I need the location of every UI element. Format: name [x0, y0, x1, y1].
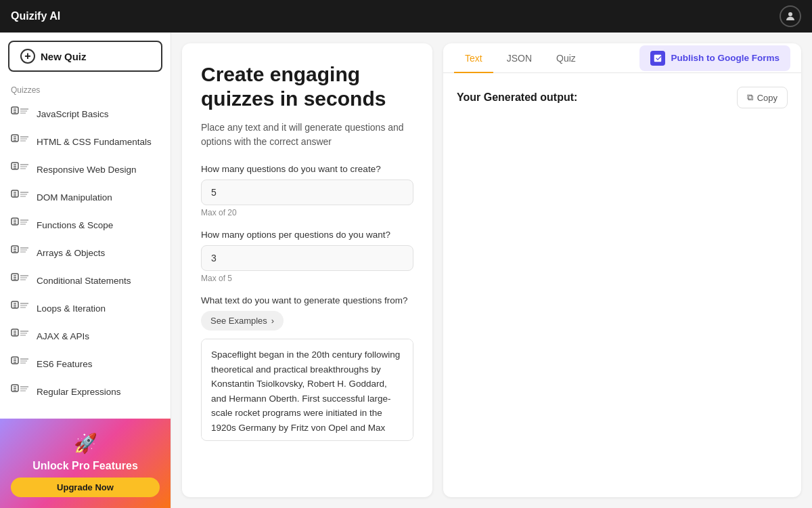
quiz-item-icon	[11, 106, 30, 122]
main-layout: + New Quiz Quizzes JavaScript Basics	[0, 33, 812, 508]
quiz-list: JavaScript Basics HTML & CSS Fundamental…	[0, 98, 171, 419]
options-input[interactable]: 3	[201, 245, 413, 271]
quiz-item-icon	[11, 134, 30, 150]
quiz-item-icon	[11, 329, 30, 344]
quiz-item-label: JavaScript Basics	[37, 109, 109, 119]
main-content: Create engaging quizzes in seconds Place…	[171, 33, 812, 508]
navbar: Quizify AI	[0, 0, 812, 33]
sidebar-item-regex[interactable]: Regular Expressions	[0, 378, 171, 406]
new-quiz-button[interactable]: + New Quiz	[8, 41, 162, 72]
quiz-item-label: Loops & Iteration	[37, 303, 106, 314]
quiz-item-label: Responsive Web Design	[37, 165, 137, 175]
new-quiz-label: New Quiz	[41, 51, 87, 62]
quiz-item-label: Arrays & Objects	[37, 248, 105, 258]
quiz-item-icon	[11, 162, 30, 177]
output-tabs: TextJSONQuiz Publish to Google Forms	[443, 43, 801, 73]
quiz-item-label: HTML & CSS Fundamentals	[37, 137, 152, 147]
output-panel: TextJSONQuiz Publish to Google Forms You…	[443, 43, 801, 497]
copy-button[interactable]: ⧉ Copy	[737, 87, 788, 108]
quiz-item-label: Functions & Scope	[37, 220, 113, 230]
quiz-item-label: DOM Manipulation	[37, 192, 112, 203]
create-panel: Create engaging quizzes in seconds Place…	[182, 43, 432, 497]
publish-icon	[650, 51, 665, 66]
upgrade-now-button[interactable]: Upgrade Now	[11, 478, 160, 497]
quiz-item-label: Conditional Statements	[37, 276, 131, 286]
sidebar-item-functions[interactable]: Functions & Scope	[0, 211, 171, 239]
sidebar-item-html-css[interactable]: HTML & CSS Fundamentals	[0, 128, 171, 156]
sidebar-item-conditionals[interactable]: Conditional Statements	[0, 267, 171, 295]
copy-icon: ⧉	[747, 92, 753, 103]
quiz-item-label: ES6 Features	[37, 359, 93, 369]
sidebar-item-responsive[interactable]: Responsive Web Design	[0, 156, 171, 184]
quiz-item-icon	[11, 273, 30, 289]
sidebar-item-es6[interactable]: ES6 Features	[0, 350, 171, 378]
quiz-item-icon	[11, 301, 30, 316]
quiz-item-icon	[11, 217, 30, 233]
tab-text[interactable]: Text	[454, 43, 493, 73]
sidebar-item-ajax[interactable]: AJAX & APIs	[0, 322, 171, 350]
quiz-item-icon	[11, 356, 30, 372]
quizzes-section-label: Quizzes	[0, 80, 171, 98]
create-title: Create engaging quizzes in seconds	[201, 62, 413, 111]
publish-button[interactable]: Publish to Google Forms	[639, 45, 790, 71]
questions-max-note: Max of 20	[201, 208, 413, 217]
avatar[interactable]	[780, 5, 801, 27]
quiz-item-icon	[11, 245, 30, 261]
see-examples-label: See Examples	[210, 316, 267, 326]
navbar-brand: Quizify AI	[11, 10, 60, 22]
plus-icon: +	[20, 49, 35, 64]
sidebar-item-dom[interactable]: DOM Manipulation	[0, 184, 171, 211]
publish-label: Publish to Google Forms	[671, 53, 780, 63]
quiz-item-label: Regular Expressions	[37, 387, 121, 397]
tab-json[interactable]: JSON	[496, 43, 543, 73]
text-label: What text do you want to generate questi…	[201, 295, 413, 305]
questions-input[interactable]: 5	[201, 179, 413, 205]
sidebar-item-loops[interactable]: Loops & Iteration	[0, 295, 171, 322]
svg-point-0	[788, 12, 792, 16]
text-input-wrapper	[201, 339, 413, 441]
output-header: Your Generated output: ⧉ Copy	[457, 87, 788, 108]
questions-label: How many questions do you want to create…	[201, 164, 413, 174]
quiz-item-icon	[11, 384, 30, 400]
quiz-item-icon	[11, 190, 30, 205]
create-subtitle: Place any text and it will generate ques…	[201, 121, 413, 149]
sidebar-item-js-basics[interactable]: JavaScript Basics	[0, 100, 171, 128]
chevron-right-icon: ›	[271, 316, 274, 326]
see-examples-button[interactable]: See Examples ›	[201, 311, 284, 331]
options-max-note: Max of 5	[201, 274, 413, 283]
options-label: How many options per questions do you wa…	[201, 230, 413, 240]
output-title: Your Generated output:	[457, 91, 577, 104]
output-body: Your Generated output: ⧉ Copy	[443, 73, 801, 497]
sidebar: + New Quiz Quizzes JavaScript Basics	[0, 33, 171, 508]
sidebar-item-arrays[interactable]: Arrays & Objects	[0, 239, 171, 267]
quiz-item-label: AJAX & APIs	[37, 331, 89, 341]
upgrade-banner: 🚀 Unlock Pro Features Upgrade Now	[0, 419, 171, 508]
text-input[interactable]	[202, 339, 413, 438]
upgrade-title: Unlock Pro Features	[32, 460, 138, 472]
tab-quiz[interactable]: Quiz	[545, 43, 587, 73]
upgrade-rocket-icon: 🚀	[74, 432, 97, 454]
copy-label: Copy	[757, 93, 777, 103]
